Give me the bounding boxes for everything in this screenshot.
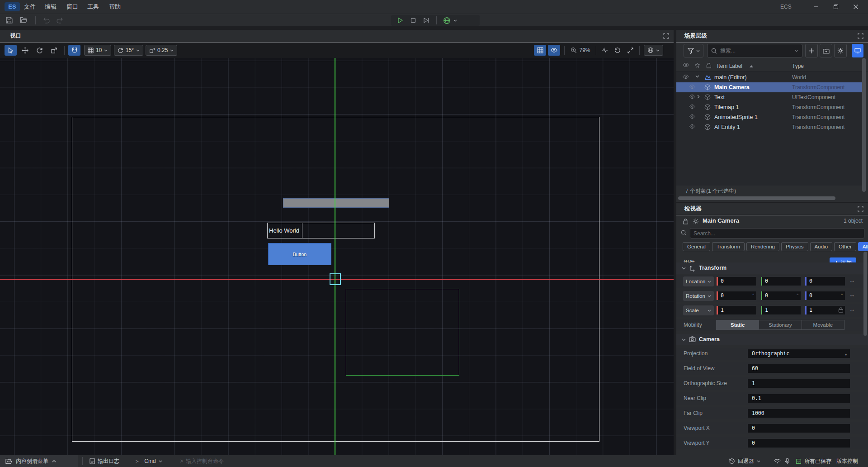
open-folder-icon[interactable] bbox=[20, 16, 29, 24]
view-mode-dropdown[interactable] bbox=[644, 45, 663, 56]
viewport-x-input[interactable]: 0 bbox=[747, 424, 850, 433]
star-column-icon[interactable] bbox=[694, 62, 701, 69]
inspector-maximize-icon[interactable] bbox=[858, 206, 863, 212]
scale-y-field[interactable]: 1 bbox=[760, 305, 801, 315]
version-control-button[interactable]: 版本控制 bbox=[836, 455, 858, 467]
visibility-eye-icon[interactable] bbox=[689, 104, 695, 110]
tab-physics[interactable]: Physics bbox=[781, 242, 808, 251]
save-status[interactable]: 所有已保存 bbox=[796, 455, 831, 467]
hierarchy-search-input[interactable] bbox=[720, 48, 792, 54]
output-log-button[interactable]: 输出日志 bbox=[90, 455, 119, 467]
rotate-tool-button[interactable] bbox=[33, 45, 46, 56]
rotation-y-field[interactable]: 0° bbox=[760, 291, 801, 300]
display-mode-button[interactable] bbox=[852, 44, 863, 57]
redo-icon[interactable] bbox=[56, 16, 65, 24]
inspector-vertical-scrollbar[interactable] bbox=[863, 252, 867, 336]
content-drawer-button[interactable]: 内容侧滑菜单 bbox=[0, 455, 78, 467]
select-tool-button[interactable] bbox=[5, 45, 17, 56]
ui-text-frame[interactable]: Hello World bbox=[267, 223, 375, 238]
visibility-eye-icon[interactable] bbox=[689, 94, 695, 100]
mobility-stationary-option[interactable]: Stationary bbox=[759, 320, 802, 330]
gizmo-visibility-button[interactable] bbox=[548, 45, 560, 56]
transform-section-header[interactable]: Transform bbox=[676, 262, 868, 274]
link-axes-icon[interactable]: ↔ bbox=[849, 277, 855, 284]
tree-row-main[interactable]: main (Editor) World bbox=[676, 72, 863, 82]
console-command-input[interactable]: > 输入控制台命令 bbox=[180, 455, 224, 467]
grid-snap-dropdown[interactable]: 10 bbox=[84, 45, 111, 56]
hierarchy-vertical-scrollbar[interactable] bbox=[862, 58, 866, 192]
lock-column-icon[interactable] bbox=[706, 62, 712, 69]
tab-transform[interactable]: Transform bbox=[712, 242, 745, 251]
play-button[interactable] bbox=[396, 17, 404, 24]
hierarchy-horizontal-scrollbar[interactable] bbox=[678, 196, 835, 200]
column-type[interactable]: Type bbox=[792, 61, 804, 71]
viewport-maximize-icon[interactable] bbox=[663, 33, 669, 39]
selection-handle-square[interactable] bbox=[330, 273, 341, 285]
stop-button[interactable] bbox=[410, 17, 416, 24]
save-icon[interactable] bbox=[5, 16, 14, 24]
scene-canvas[interactable]: Hello World Button x bbox=[0, 58, 674, 455]
close-button[interactable] bbox=[848, 0, 863, 14]
location-label-dropdown[interactable]: Location bbox=[683, 276, 714, 286]
scale-label-dropdown[interactable]: Scale bbox=[683, 305, 714, 315]
visibility-eye-icon[interactable] bbox=[689, 114, 695, 120]
column-item-label[interactable]: Item Label bbox=[717, 61, 742, 71]
hierarchy-settings-button[interactable] bbox=[834, 44, 847, 57]
menu-window[interactable]: 窗口 bbox=[64, 0, 81, 14]
rollback-dropdown[interactable]: 回退器 bbox=[729, 455, 760, 467]
sort-ascending-icon[interactable] bbox=[750, 65, 753, 67]
settings-gear-icon[interactable] bbox=[693, 218, 699, 224]
mobility-movable-option[interactable]: Movable bbox=[802, 320, 844, 330]
voice-mic-icon[interactable] bbox=[785, 455, 790, 467]
visibility-eye-icon[interactable] bbox=[689, 124, 695, 130]
tab-other[interactable]: Other bbox=[834, 242, 856, 251]
collapse-chevron-icon[interactable] bbox=[682, 338, 686, 341]
eye-column-icon[interactable] bbox=[683, 62, 689, 69]
location-y-field[interactable]: 0 bbox=[760, 276, 801, 286]
link-axes-icon[interactable]: ↔ bbox=[849, 306, 855, 313]
inspector-search-input[interactable] bbox=[693, 230, 861, 237]
scale-tool-button[interactable] bbox=[48, 45, 60, 56]
menu-help[interactable]: 帮助 bbox=[106, 0, 123, 14]
snap-toggle-button[interactable] bbox=[68, 45, 80, 56]
viewport-y-input[interactable]: 0 bbox=[747, 438, 850, 448]
scale-x-field[interactable]: 1 bbox=[716, 305, 757, 315]
filter-button[interactable] bbox=[684, 44, 703, 57]
tab-general[interactable]: General bbox=[683, 242, 710, 251]
rotation-label-dropdown[interactable]: Rotation bbox=[683, 291, 714, 301]
inspector-search-box[interactable] bbox=[690, 228, 864, 238]
location-x-field[interactable]: 0 bbox=[716, 276, 757, 286]
menu-file[interactable]: 文件 bbox=[21, 0, 38, 14]
menu-tools[interactable]: 工具 bbox=[85, 0, 102, 14]
mobility-static-option[interactable]: Static bbox=[716, 320, 759, 330]
reset-view-button[interactable] bbox=[612, 45, 623, 56]
scale-lock-open-icon[interactable] bbox=[838, 307, 844, 313]
app-logo[interactable]: ES bbox=[5, 2, 20, 11]
visibility-eye-icon[interactable] bbox=[689, 84, 695, 91]
rotation-x-field[interactable]: 0° bbox=[716, 291, 757, 300]
hierarchy-search-box[interactable] bbox=[707, 44, 802, 57]
rotate-snap-dropdown[interactable]: 15° bbox=[114, 45, 143, 56]
location-z-field[interactable]: 0 bbox=[805, 276, 845, 286]
scale-snap-dropdown[interactable]: 0.25 bbox=[146, 45, 177, 56]
tab-rendering[interactable]: Rendering bbox=[746, 242, 779, 251]
projection-dropdown[interactable]: Orthographic▾ bbox=[747, 349, 850, 358]
camera-section-header[interactable]: Camera bbox=[676, 334, 868, 345]
lock-open-icon[interactable] bbox=[683, 218, 689, 224]
stats-pulse-button[interactable] bbox=[599, 45, 610, 56]
hierarchy-maximize-icon[interactable] bbox=[858, 33, 863, 39]
add-entity-button[interactable] bbox=[805, 44, 818, 57]
tree-row-animatedsprite[interactable]: AnimatedSprite 1 TransformComponent bbox=[676, 112, 863, 122]
step-button[interactable] bbox=[423, 17, 430, 24]
near-clip-input[interactable]: 0.1 bbox=[747, 394, 850, 403]
network-status-icon[interactable] bbox=[774, 455, 781, 467]
grid-visibility-button[interactable] bbox=[534, 45, 546, 56]
zoom-indicator[interactable]: 79% bbox=[568, 45, 593, 56]
far-clip-input[interactable]: 1000 bbox=[747, 409, 850, 418]
tree-row-ai-entity[interactable]: AI Entity 1 TransformComponent bbox=[676, 122, 863, 132]
minimize-button[interactable] bbox=[808, 0, 824, 14]
collapsed-chevron-icon[interactable] bbox=[697, 95, 703, 101]
new-folder-button[interactable] bbox=[820, 44, 832, 57]
expand-chevron-icon[interactable] bbox=[695, 75, 702, 81]
ui-button-widget[interactable]: Button bbox=[268, 243, 331, 265]
